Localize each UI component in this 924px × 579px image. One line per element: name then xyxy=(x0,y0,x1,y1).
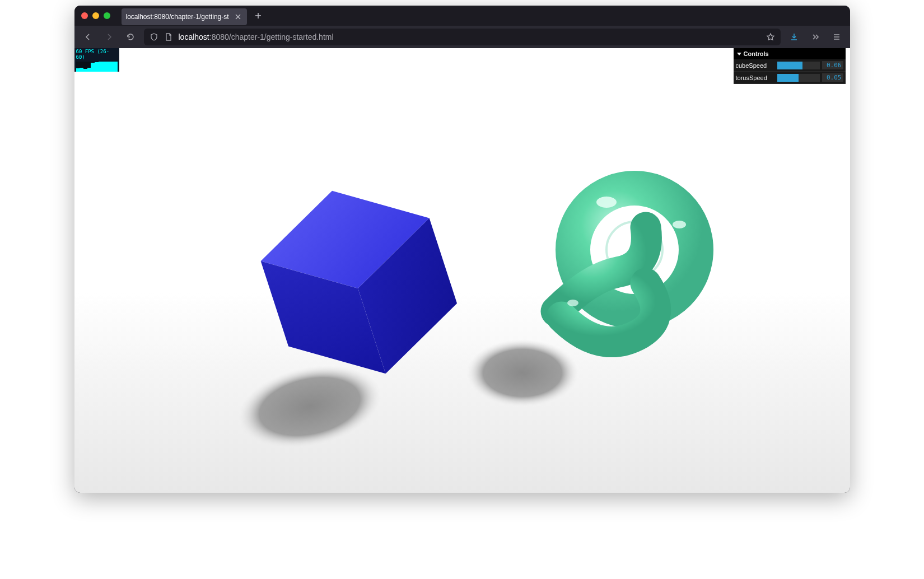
hamburger-icon xyxy=(832,32,841,41)
threejs-canvas[interactable] xyxy=(74,48,850,493)
cubespeed-value-input[interactable]: 0.06 xyxy=(822,61,843,69)
controls-panel: Controls cubeSpeed 0.06 torusSpeed 0.05 xyxy=(734,48,846,84)
url-path: :8080/chapter-1/getting-started.html xyxy=(209,32,334,41)
overflow-button[interactable] xyxy=(808,29,823,45)
page-icon xyxy=(164,32,173,41)
stats-fps-text: 60 FPS (26-60) xyxy=(76,49,118,60)
slider-fill xyxy=(777,62,803,69)
back-button[interactable] xyxy=(80,29,96,45)
controls-title: Controls xyxy=(744,50,769,57)
cube-mesh xyxy=(246,165,470,399)
chevron-double-right-icon xyxy=(811,32,820,41)
minimize-window-button[interactable] xyxy=(92,12,99,19)
chevron-down-icon xyxy=(737,53,741,55)
plus-icon xyxy=(254,11,263,20)
torus-knot-mesh xyxy=(556,188,696,342)
svg-point-8 xyxy=(567,300,578,306)
shield-icon xyxy=(150,32,158,41)
stats-graph xyxy=(76,62,118,72)
address-bar[interactable]: localhost:8080/chapter-1/getting-started… xyxy=(144,29,781,45)
control-label: cubeSpeed xyxy=(736,62,775,69)
star-icon xyxy=(766,32,775,41)
url-host: localhost xyxy=(179,32,209,41)
cube-shadow xyxy=(230,353,389,460)
svg-point-6 xyxy=(596,197,617,208)
close-window-button[interactable] xyxy=(81,12,88,19)
cubespeed-slider[interactable] xyxy=(777,62,820,69)
slider-fill xyxy=(777,74,799,82)
tab-strip: localhost:8080/chapter-1/getting-st xyxy=(122,6,266,26)
window-controls xyxy=(81,12,110,19)
bookmark-button[interactable] xyxy=(766,32,775,41)
control-row-cubespeed: cubeSpeed 0.06 xyxy=(734,59,846,72)
svg-point-7 xyxy=(673,221,686,228)
close-icon xyxy=(234,12,242,21)
browser-tab[interactable]: localhost:8080/chapter-1/getting-st xyxy=(122,8,247,25)
new-tab-button[interactable] xyxy=(250,8,266,24)
downloads-button[interactable] xyxy=(786,29,802,45)
forward-button[interactable] xyxy=(101,29,117,45)
control-row-torusspeed: torusSpeed 0.05 xyxy=(734,72,846,84)
arrow-left-icon xyxy=(83,32,92,41)
stats-panel[interactable]: 60 FPS (26-60) xyxy=(74,48,119,72)
toolbar: localhost:8080/chapter-1/getting-started… xyxy=(74,26,850,48)
arrow-right-icon xyxy=(105,32,114,41)
browser-window: localhost:8080/chapter-1/getting-st xyxy=(74,6,850,493)
page-viewport[interactable]: 60 FPS (26-60) Controls c xyxy=(74,48,850,493)
maximize-window-button[interactable] xyxy=(104,12,110,19)
tab-title: localhost:8080/chapter-1/getting-st xyxy=(126,13,229,21)
titlebar: localhost:8080/chapter-1/getting-st xyxy=(74,6,850,26)
torusspeed-value-input[interactable]: 0.05 xyxy=(822,73,843,82)
reload-icon xyxy=(126,32,135,41)
torusspeed-slider[interactable] xyxy=(777,74,820,82)
menu-button[interactable] xyxy=(829,29,844,45)
url-text: localhost:8080/chapter-1/getting-started… xyxy=(179,32,760,41)
reload-button[interactable] xyxy=(123,29,138,45)
torus-shadow xyxy=(466,339,578,407)
controls-header[interactable]: Controls xyxy=(734,48,846,59)
control-label: torusSpeed xyxy=(736,74,775,81)
download-icon xyxy=(790,32,799,41)
tab-close-button[interactable] xyxy=(234,12,242,21)
